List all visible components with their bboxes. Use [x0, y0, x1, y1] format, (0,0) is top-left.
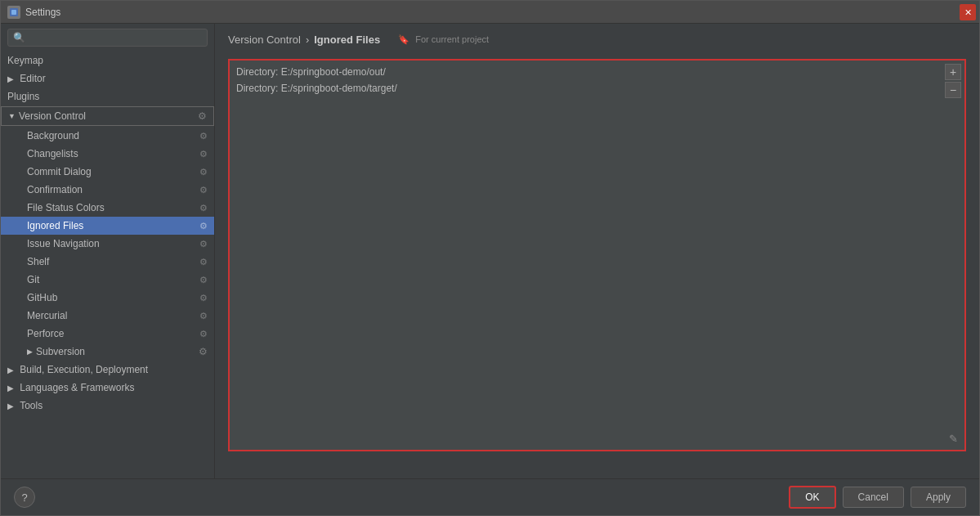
sidebar-item-commit-dialog[interactable]: Commit Dialog ⚙ [1, 163, 214, 181]
sidebar-item-mercurial[interactable]: Mercurial ⚙ [1, 307, 214, 325]
confirmation-settings-icon: ⚙ [199, 185, 208, 195]
files-list: Directory: E:/springboot-demo/out/ Direc… [230, 61, 964, 100]
subversion-settings-icon: ⚙ [199, 346, 208, 357]
settings-window: Settings ✕ 🔍 Keymap ▶ Editor [0, 0, 980, 516]
sidebar-item-keymap[interactable]: Keymap [1, 52, 214, 70]
sidebar-item-tools[interactable]: ▶ Tools [1, 397, 214, 415]
app-icon [7, 6, 20, 19]
sidebar: 🔍 Keymap ▶ Editor Plugins [1, 24, 215, 478]
file-status-colors-settings-icon: ⚙ [199, 203, 208, 213]
sidebar-item-perforce[interactable]: Perforce ⚙ [1, 325, 214, 343]
changelists-settings-icon: ⚙ [199, 149, 208, 159]
shelf-settings-icon: ⚙ [199, 257, 208, 267]
sidebar-item-subversion[interactable]: ▶ Subversion ⚙ [1, 343, 214, 361]
commit-dialog-settings-icon: ⚙ [199, 167, 208, 177]
sidebar-item-background[interactable]: Background ⚙ [1, 127, 214, 145]
help-button[interactable]: ? [14, 487, 35, 508]
svg-rect-1 [11, 10, 16, 15]
search-icon: 🔍 [13, 32, 25, 43]
sidebar-item-plugins[interactable]: Plugins [1, 87, 214, 105]
window-title: Settings [25, 7, 60, 18]
sidebar-item-file-status-colors[interactable]: File Status Colors ⚙ [1, 199, 214, 217]
build-arrow-icon: ▶ [7, 366, 14, 375]
languages-arrow-icon: ▶ [7, 384, 14, 393]
add-button[interactable]: + [945, 64, 961, 80]
mercurial-settings-icon: ⚙ [199, 311, 208, 321]
sidebar-item-shelf[interactable]: Shelf ⚙ [1, 253, 214, 271]
git-settings-icon: ⚙ [199, 275, 208, 285]
breadcrumb-current: Ignored Files [314, 34, 380, 46]
background-settings-icon: ⚙ [199, 131, 208, 141]
sidebar-item-github[interactable]: GitHub ⚙ [1, 289, 214, 307]
breadcrumb-parent: Version Control [228, 34, 301, 46]
cancel-button[interactable]: Cancel [843, 487, 904, 508]
perforce-settings-icon: ⚙ [199, 329, 208, 339]
version-control-arrow-icon: ▼ [8, 112, 16, 120]
close-button[interactable]: ✕ [960, 4, 976, 20]
editor-arrow-icon: ▶ [7, 74, 14, 83]
ignored-files-settings-icon: ⚙ [199, 221, 208, 231]
panel-actions: + − [945, 64, 961, 98]
sidebar-item-git[interactable]: Git ⚙ [1, 271, 214, 289]
files-panel: Directory: E:/springboot-demo/out/ Direc… [228, 59, 966, 451]
subversion-arrow-icon: ▶ [27, 348, 33, 356]
ok-button[interactable]: OK [789, 486, 835, 509]
sidebar-item-ignored-files[interactable]: Ignored Files ⚙ [1, 217, 214, 235]
file-entry-2[interactable]: Directory: E:/springboot-demo/target/ [230, 80, 964, 96]
main-content: 🔍 Keymap ▶ Editor Plugins [1, 24, 979, 478]
project-icon: 🔖 [398, 34, 409, 44]
sidebar-item-editor[interactable]: ▶ Editor [1, 70, 214, 87]
project-label: 🔖 For current project [398, 34, 489, 45]
sidebar-item-version-control[interactable]: ▼ Version Control ⚙ [1, 106, 214, 126]
content-area: Version Control › Ignored Files 🔖 For cu… [215, 24, 979, 478]
footer: ? OK Cancel Apply [1, 478, 979, 515]
remove-button[interactable]: − [945, 82, 961, 98]
sidebar-item-languages-frameworks[interactable]: ▶ Languages & Frameworks [1, 379, 214, 397]
issue-navigation-settings-icon: ⚙ [199, 239, 208, 249]
edit-button[interactable]: ✎ [945, 430, 961, 446]
sidebar-item-build-execution-deployment[interactable]: ▶ Build, Execution, Deployment [1, 361, 214, 379]
sidebar-item-confirmation[interactable]: Confirmation ⚙ [1, 181, 214, 199]
search-input[interactable] [29, 32, 202, 43]
nav-group: Keymap ▶ Editor Plugins ▼ Version Contro… [1, 52, 214, 415]
titlebar: Settings ✕ [1, 1, 979, 24]
sidebar-item-changelists[interactable]: Changelists ⚙ [1, 145, 214, 163]
file-entry-1[interactable]: Directory: E:/springboot-demo/out/ [230, 64, 964, 80]
breadcrumb-separator: › [306, 34, 309, 46]
sidebar-item-issue-navigation[interactable]: Issue Navigation ⚙ [1, 235, 214, 253]
tools-arrow-icon: ▶ [7, 402, 14, 411]
breadcrumb: Version Control › Ignored Files 🔖 For cu… [215, 24, 979, 52]
search-box[interactable]: 🔍 [7, 29, 208, 47]
github-settings-icon: ⚙ [199, 293, 208, 303]
apply-button[interactable]: Apply [911, 487, 966, 508]
version-control-settings-icon: ⚙ [198, 110, 207, 122]
